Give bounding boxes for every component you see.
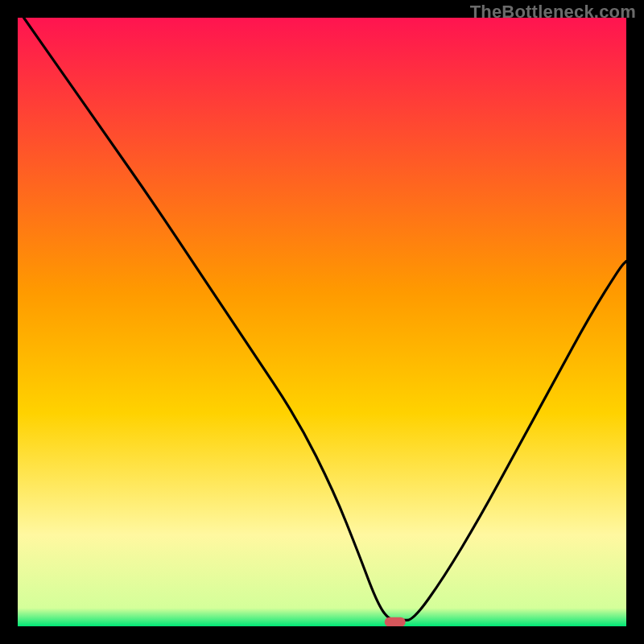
chart-svg — [18, 18, 626, 626]
outer-frame: TheBottleneck.com — [0, 0, 644, 644]
gradient-background — [18, 18, 626, 626]
chart-plot-area — [18, 18, 626, 626]
optimal-marker — [385, 617, 406, 626]
